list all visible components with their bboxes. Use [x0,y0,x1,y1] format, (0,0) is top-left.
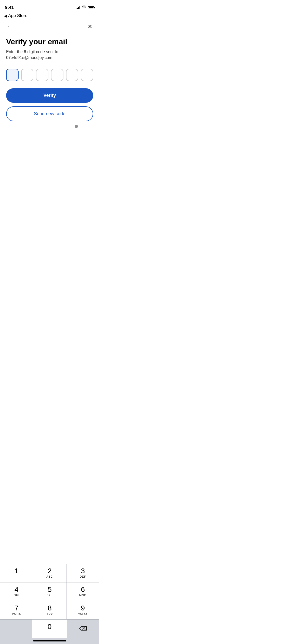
main-content: Verify your email Enter the 6-digit code… [0,35,99,134]
wifi-icon [82,6,86,10]
otp-box-3[interactable] [36,69,48,81]
otp-box-2[interactable] [21,69,34,81]
battery-icon [88,6,94,9]
otp-box-5[interactable] [66,69,78,81]
otp-container [6,69,93,81]
app-store-back-label: App Store [8,13,28,18]
close-button[interactable]: ✕ [87,22,93,31]
page-title: Verify your email [6,37,93,46]
scroll-indicator [75,125,78,128]
status-icons [76,6,94,10]
otp-box-6[interactable] [81,69,93,81]
otp-box-1[interactable] [6,69,19,81]
app-store-back[interactable]: ◀ App Store [0,13,99,20]
page-subtitle: Enter the 6-digit code sent to 07e4d91e@… [6,49,93,61]
back-button[interactable]: ← [6,22,14,31]
app-store-back-arrow: ◀ [4,13,7,18]
status-bar: 9:41 [0,0,99,13]
verify-button[interactable]: Verify [6,88,93,103]
send-new-code-button[interactable]: Send new code [6,106,93,121]
status-time: 9:41 [5,5,14,10]
signal-icon [76,6,80,9]
nav-row: ← ✕ [0,20,99,35]
otp-box-4[interactable] [51,69,63,81]
